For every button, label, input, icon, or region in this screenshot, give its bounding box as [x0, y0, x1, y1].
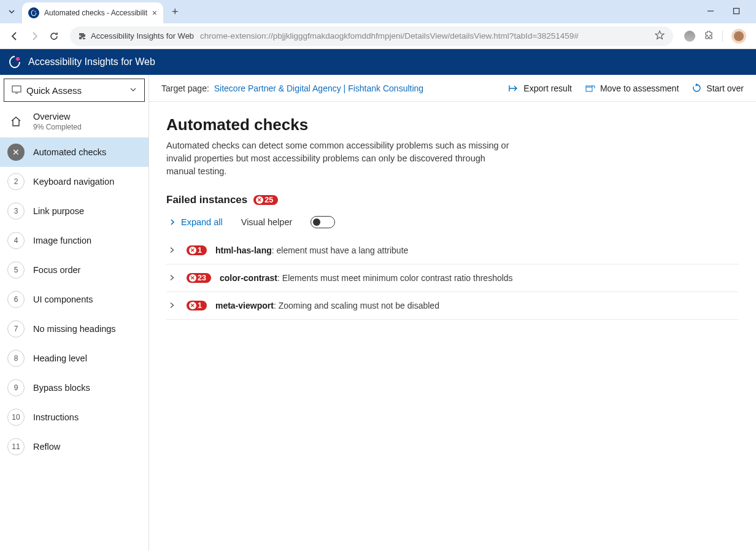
extensions-button[interactable] [704, 30, 714, 42]
sidebar-item[interactable]: 10 Instructions [0, 403, 148, 432]
failed-count-badge: ✕ 25 [253, 195, 278, 205]
reload-button[interactable] [45, 28, 63, 45]
url-text: chrome-extension://pbjjkligggfmakdaogkfo… [200, 31, 579, 40]
nav-label: Heading level [33, 353, 87, 363]
minimize-button[interactable] [707, 7, 714, 17]
sidebar-item-overview[interactable]: Overview 9% Completed [0, 106, 148, 137]
rule-row[interactable]: ✕1 html-has-lang: element must have a la… [166, 237, 739, 264]
rule-desc: : element must have a lang attribute [272, 245, 409, 255]
rule-count-badge: ✕23 [187, 273, 211, 283]
target-page-link[interactable]: Sitecore Partner & Digital Agency | Fish… [214, 83, 423, 93]
fail-icon: ✕ [7, 144, 25, 161]
sidebar-item[interactable]: 3 Link purpose [0, 196, 148, 226]
sidebar-item[interactable]: 7 No missing headings [0, 314, 148, 344]
nav-label: Instructions [33, 412, 79, 422]
extension-icon[interactable] [684, 31, 695, 42]
x-icon: ✕ [256, 196, 263, 204]
sidebar-item-automated-checks[interactable]: ✕ Automated checks [0, 137, 148, 167]
browser-tab[interactable]: Automated checks - Accessibilit × [22, 2, 163, 23]
assessment-selector[interactable]: Quick Assess [4, 79, 145, 102]
export-result-button[interactable]: Export result [509, 83, 572, 93]
step-number-icon: 10 [7, 409, 25, 426]
step-number-icon: 5 [7, 261, 25, 279]
sidebar-item[interactable]: 6 UI components [0, 285, 148, 314]
maximize-button[interactable] [733, 7, 740, 17]
profile-avatar[interactable] [731, 29, 746, 44]
nav-label: Focus order [33, 265, 80, 275]
browser-chrome: Automated checks - Accessibilit × + Acce… [0, 0, 756, 49]
forward-button[interactable] [26, 28, 43, 45]
restart-icon [692, 83, 701, 93]
tab-list-dropdown[interactable] [5, 5, 18, 18]
sidebar-item[interactable]: 4 Image function [0, 226, 148, 255]
sidebar-item[interactable]: 9 Bypass blocks [0, 373, 148, 403]
rule-row[interactable]: ✕1 meta-viewport: Zooming and scaling mu… [166, 292, 739, 320]
nav-label: Automated checks [33, 147, 106, 157]
target-page-label: Target page: Sitecore Partner & Digital … [161, 83, 423, 93]
nav-label: Keyboard navigation [33, 177, 114, 187]
target-label-text: Target page: [161, 83, 209, 93]
move-to-assessment-button[interactable]: Move to assessment [585, 83, 679, 93]
assessment-selector-label: Quick Assess [26, 85, 82, 96]
toolbar-icons [678, 29, 750, 44]
rule-count: 1 [198, 301, 202, 310]
extension-name: Accessibility Insights for Web [91, 31, 194, 40]
separator [722, 31, 723, 42]
sidebar-item[interactable]: 8 Heading level [0, 344, 148, 373]
bookmark-star-icon[interactable] [655, 30, 665, 42]
rule-count-badge: ✕1 [187, 245, 207, 255]
step-number-icon: 11 [7, 438, 25, 455]
assessment-icon [12, 85, 21, 96]
nav-label: Image function [33, 236, 91, 245]
visual-helper-toggle[interactable] [310, 216, 335, 228]
page-description: Automated checks can detect some common … [166, 139, 510, 178]
chevron-right-icon [169, 245, 176, 255]
extension-badge: Accessibility Insights for Web [79, 31, 194, 40]
step-number-icon: 8 [7, 350, 25, 367]
sidebar-item[interactable]: 11 Reflow [0, 432, 148, 461]
action-bar: Target page: Sitecore Partner & Digital … [149, 75, 756, 102]
tab-favicon-icon [28, 7, 39, 18]
nav-label: No missing headings [33, 324, 116, 334]
rule-row[interactable]: ✕23 color-contrast: Elements must meet m… [166, 264, 739, 292]
rule-desc: : Elements must meet minimum color contr… [277, 273, 513, 283]
step-number-icon: 3 [7, 202, 25, 220]
window-controls [707, 7, 751, 17]
sidebar-item[interactable]: 2 Keyboard navigation [0, 167, 148, 196]
failed-count: 25 [264, 196, 273, 204]
omnibox[interactable]: Accessibility Insights for Web chrome-ex… [70, 26, 673, 46]
x-icon: ✕ [189, 247, 196, 254]
rule-count-badge: ✕1 [187, 301, 207, 310]
failed-heading: Failed instances [166, 194, 247, 206]
chevron-right-icon [169, 301, 176, 310]
rule-count: 1 [198, 246, 202, 255]
controls-row: Expand all Visual helper [166, 216, 739, 228]
start-over-button[interactable]: Start over [692, 83, 744, 93]
move-label: Move to assessment [600, 83, 679, 93]
step-number-icon: 9 [7, 379, 25, 396]
step-number-icon: 7 [7, 320, 25, 337]
expand-all-button[interactable]: Expand all [169, 217, 223, 227]
sidebar: Quick Assess Overview 9% Completed ✕ Aut… [0, 75, 149, 551]
move-icon [585, 84, 595, 93]
back-button[interactable] [6, 28, 23, 45]
rule-name: html-has-lang [215, 245, 272, 255]
rule-desc: : Zooming and scaling must not be disabl… [274, 301, 439, 310]
nav-label: Bypass blocks [33, 383, 90, 393]
tab-bar: Automated checks - Accessibilit × + [0, 0, 756, 23]
nav-label: Link purpose [33, 206, 84, 216]
nav-label: Reflow [33, 442, 60, 452]
rule-name: meta-viewport [215, 301, 274, 310]
app-title: Accessibility Insights for Web [28, 56, 155, 67]
main-content: Automated checks Automated checks can de… [149, 102, 756, 333]
app-logo-icon [7, 55, 22, 69]
new-tab-button[interactable]: + [172, 6, 179, 18]
app-header: Accessibility Insights for Web [0, 49, 756, 75]
step-number-icon: 6 [7, 291, 25, 308]
tab-close-button[interactable]: × [152, 8, 157, 18]
sidebar-item[interactable]: 5 Focus order [0, 255, 148, 285]
chevron-down-icon [129, 85, 137, 95]
rule-count: 23 [198, 274, 206, 282]
home-icon [7, 113, 25, 130]
tab-title: Automated checks - Accessibilit [44, 9, 148, 17]
